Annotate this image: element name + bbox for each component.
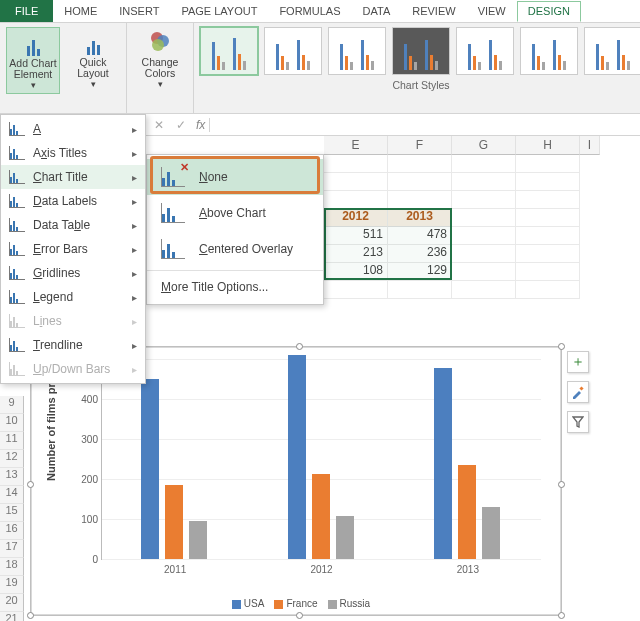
tab-data[interactable]: DATA (352, 1, 402, 22)
chart-legend: USAFranceRussia (31, 598, 561, 609)
bar-usa (141, 379, 159, 559)
cell-value[interactable]: 129 (388, 263, 452, 281)
layout-icon (80, 29, 106, 55)
bar-russia (482, 507, 500, 559)
submenu-centered-overlay[interactable]: Centered Overlay (147, 231, 323, 267)
cell-value[interactable]: 478 (388, 227, 452, 245)
cell-year[interactable]: 2012 (324, 209, 388, 227)
chevron-down-icon: ▾ (91, 79, 96, 90)
legend-entry: Russia (340, 598, 371, 609)
chart-style-5[interactable] (456, 27, 514, 75)
row-header[interactable]: 20 (0, 594, 24, 612)
bar-france (165, 485, 183, 559)
col-header[interactable]: I (580, 136, 600, 155)
row-header[interactable]: 10 (0, 414, 24, 432)
change-colors-button[interactable]: Change Colors▾ (133, 27, 187, 92)
bar-france (458, 465, 476, 559)
y-tick: 100 (72, 514, 98, 525)
x-tick: 2012 (310, 564, 332, 575)
cell-value[interactable]: 213 (324, 245, 388, 263)
group-label-chart-styles: Chart Styles (200, 79, 640, 91)
col-header[interactable]: H (516, 136, 580, 155)
cell-value[interactable]: 236 (388, 245, 452, 263)
fx-icon[interactable]: fx (192, 118, 210, 132)
menu-data-labels[interactable]: Data Labels▸ (1, 189, 145, 213)
embedded-chart[interactable]: Number of films produced 010020030040050… (30, 346, 562, 616)
bar-usa (434, 368, 452, 559)
tab-design[interactable]: DESIGN (517, 1, 581, 22)
menu-lines: Lines▸ (1, 309, 145, 333)
row-header[interactable]: 16 (0, 522, 24, 540)
col-header[interactable]: G (452, 136, 516, 155)
menu-legend[interactable]: Legend▸ (1, 285, 145, 309)
chart-style-2[interactable] (264, 27, 322, 75)
menu-error-bars[interactable]: Error Bars▸ (1, 237, 145, 261)
tab-formulas[interactable]: FORMULAS (268, 1, 351, 22)
chart-styles-gallery (200, 27, 640, 75)
tab-insert[interactable]: INSERT (108, 1, 170, 22)
chevron-down-icon: ▾ (158, 79, 163, 90)
bar-usa (288, 355, 306, 559)
legend-entry: France (286, 598, 317, 609)
chart-style-1[interactable] (200, 27, 258, 75)
ribbon-tabs: FILE HOME INSERT PAGE LAYOUT FORMULAS DA… (0, 0, 640, 22)
chart-brush-button[interactable] (567, 381, 589, 403)
ribbon: Add Chart Element▾ Quick Layout▾ Change … (0, 22, 640, 114)
chart-style-6[interactable] (520, 27, 578, 75)
row-header[interactable]: 9 (0, 396, 24, 414)
chart-title-submenu: ✕ None Above Chart Centered Overlay More… (146, 154, 324, 305)
submenu-above-chart[interactable]: Above Chart (147, 195, 323, 231)
row-header[interactable]: 21 (0, 612, 24, 621)
row-header[interactable]: 12 (0, 450, 24, 468)
cell-value[interactable]: 108 (324, 263, 388, 281)
plot-area: 0100200300400500201120122013 (101, 359, 541, 560)
chart-style-4[interactable] (392, 27, 450, 75)
y-tick: 200 (72, 474, 98, 485)
chart-style-7[interactable] (584, 27, 640, 75)
chart-none-icon: ✕ (161, 167, 185, 187)
chart-above-icon (161, 203, 185, 223)
col-header[interactable]: F (388, 136, 452, 155)
menu-gridlines[interactable]: Gridlines▸ (1, 261, 145, 285)
row-header[interactable]: 11 (0, 432, 24, 450)
submenu-more-options[interactable]: More Title Options... (147, 274, 323, 300)
add-chart-element-button[interactable]: Add Chart Element▾ (6, 27, 60, 94)
colors-icon (147, 29, 173, 55)
add-chart-element-menu: A▸ Axis Titles▸ Chart Title▸ Data Labels… (0, 114, 146, 384)
y-tick: 400 (72, 394, 98, 405)
confirm-icon[interactable]: ✓ (170, 118, 192, 132)
row-header[interactable]: 13 (0, 468, 24, 486)
menu-data-table[interactable]: Data Table▸ (1, 213, 145, 237)
tab-file[interactable]: FILE (0, 0, 53, 22)
quick-layout-button[interactable]: Quick Layout▾ (66, 27, 120, 94)
tab-view[interactable]: VIEW (467, 1, 517, 22)
cancel-icon[interactable]: ✕ (148, 118, 170, 132)
row-header[interactable]: 18 (0, 558, 24, 576)
tab-pagelayout[interactable]: PAGE LAYOUT (170, 1, 268, 22)
submenu-none[interactable]: ✕ None (147, 159, 323, 195)
menu-chart-title[interactable]: Chart Title▸ (1, 165, 145, 189)
row-header[interactable]: 17 (0, 540, 24, 558)
cell-year[interactable]: 2013 (388, 209, 452, 227)
bar-russia (336, 516, 354, 559)
cell-value[interactable]: 511 (324, 227, 388, 245)
chart-filter-button[interactable] (567, 411, 589, 433)
menu-axes[interactable]: A▸ (1, 117, 145, 141)
y-tick: 300 (72, 434, 98, 445)
chart-style-3[interactable] (328, 27, 386, 75)
tab-review[interactable]: REVIEW (401, 1, 466, 22)
label: Change Colors (135, 57, 185, 79)
y-tick: 0 (72, 554, 98, 565)
menu-axis-titles[interactable]: Axis Titles▸ (1, 141, 145, 165)
chevron-down-icon: ▾ (31, 80, 36, 91)
menu-updown-bars: Up/Down Bars▸ (1, 357, 145, 381)
menu-trendline[interactable]: Trendline▸ (1, 333, 145, 357)
svg-rect-3 (579, 386, 583, 390)
bar-russia (189, 521, 207, 559)
tab-home[interactable]: HOME (53, 1, 108, 22)
row-header[interactable]: 19 (0, 576, 24, 594)
chart-plus-button[interactable]: ＋ (567, 351, 589, 373)
col-header[interactable]: E (324, 136, 388, 155)
row-header[interactable]: 15 (0, 504, 24, 522)
row-header[interactable]: 14 (0, 486, 24, 504)
